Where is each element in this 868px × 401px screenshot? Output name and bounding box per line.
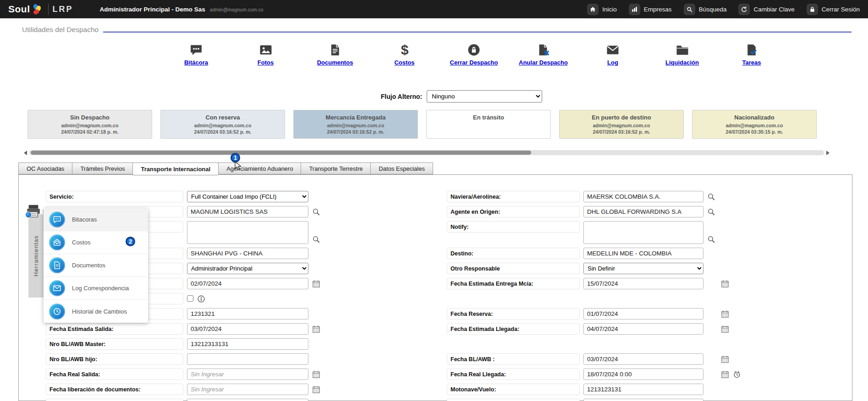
calendar-icon[interactable]: [721, 353, 729, 365]
scrollbar-thumb[interactable]: [31, 151, 531, 155]
alarm-clock-icon[interactable]: [733, 368, 741, 380]
calendar-icon[interactable]: [721, 323, 729, 335]
toolbar-tareas[interactable]: Tareas: [724, 42, 779, 66]
topnav-item-inicio[interactable]: Inicio: [587, 4, 617, 15]
calendar-icon[interactable]: [312, 278, 320, 289]
brand[interactable]: Soul LRP: [8, 3, 73, 16]
toolbar-fotos[interactable]: Fotos: [238, 42, 293, 66]
input-field[interactable]: [187, 248, 308, 259]
tab-agenciamiento-aduanero[interactable]: Agenciamiento Aduanero: [218, 163, 301, 174]
input-field[interactable]: [583, 248, 703, 259]
scroll-right-arrow[interactable]: [826, 151, 830, 155]
toolbar-anular-despacho[interactable]: Anular Despacho: [516, 42, 571, 66]
form-row: Motonave/Vuelo:: [447, 384, 741, 395]
lock-icon: [467, 42, 481, 57]
form-row: Fecha Estimada Entrega Mcía:: [447, 278, 741, 289]
flujo-alterno-label: Flujo Alterno:: [381, 93, 422, 100]
textarea-field[interactable]: [583, 221, 703, 244]
select-field[interactable]: Full Container Load Impo (FCLI): [187, 191, 308, 202]
input-field[interactable]: [187, 338, 308, 350]
input-field[interactable]: [187, 323, 308, 335]
timeline-card-con-reserva[interactable]: Con reservaadmin@magnum.com.co24/07/2024…: [160, 110, 285, 139]
calendar-icon[interactable]: [312, 368, 320, 380]
search-icon[interactable]: [707, 235, 715, 244]
form-row: Notify:: [447, 221, 741, 244]
topnav-item-label: Búsqueda: [699, 6, 727, 13]
topnav-item-cerrar-sesion[interactable]: Cerrar Sesión: [807, 4, 860, 15]
topnav-item-busqueda[interactable]: Búsqueda: [684, 4, 727, 15]
search-icon[interactable]: [707, 206, 715, 217]
input-field[interactable]: [187, 384, 308, 395]
toolbar-label: Anular Despacho: [519, 59, 568, 66]
toolbar-cerrar-despacho[interactable]: Cerrar Despacho: [446, 42, 501, 66]
timeline-card-en-transito[interactable]: En tránsito: [426, 110, 551, 139]
tools-menu-log-correspondencia[interactable]: Log Correspondencia: [44, 277, 148, 300]
timeline-card-user: admin@magnum.com.co: [294, 122, 418, 129]
input-field[interactable]: [583, 399, 703, 401]
info-icon: [197, 293, 205, 304]
brand-divider: [48, 4, 49, 15]
select-field[interactable]: Administrador Principal: [187, 263, 308, 274]
calendar-icon[interactable]: [721, 278, 729, 289]
textarea-field[interactable]: [187, 221, 308, 244]
scroll-left-arrow[interactable]: [24, 151, 27, 155]
input-field[interactable]: [187, 308, 308, 320]
scrollbar-track[interactable]: [29, 150, 824, 155]
herramientas-strip[interactable]: Herramientas: [28, 214, 44, 298]
select-field[interactable]: Sin Definir: [583, 263, 703, 274]
toolbar-bitacora[interactable]: Bitácora: [169, 42, 224, 66]
tab-transporte-terrestre[interactable]: Transporte Terrestre: [301, 163, 370, 174]
flujo-alterno-row: Flujo Alterno: Ninguno: [27, 90, 868, 103]
tools-menu-historial-de-cambios[interactable]: Historial de Cambios: [44, 300, 148, 323]
timeline-card-sin-despacho[interactable]: Sin Despachoadmin@magnum.com.co24/07/202…: [27, 110, 152, 139]
calendar-icon[interactable]: [721, 308, 729, 320]
input-field[interactable]: [583, 191, 703, 202]
input-field[interactable]: [583, 323, 703, 335]
topnav-item-empresas[interactable]: Empresas: [629, 4, 672, 15]
calendar-icon[interactable]: [312, 323, 320, 335]
search-icon[interactable]: [312, 206, 320, 217]
topnav-item-cambiar-clave[interactable]: Cambiar Clave: [738, 4, 794, 15]
form-row: Naviera/Aerolínea:: [447, 191, 741, 202]
input-field[interactable]: [187, 399, 308, 401]
tab-tramites-previos[interactable]: Trámites Previos: [72, 163, 132, 174]
search-icon[interactable]: [312, 235, 320, 244]
history-clock-icon: [49, 303, 65, 320]
input-field[interactable]: [583, 206, 703, 217]
tools-launcher[interactable]: ›: [26, 204, 45, 218]
timeline-card-en-puerto-de-destino[interactable]: En puerto de destinoadmin@magnum.com.co2…: [559, 110, 684, 139]
timeline-card-mercancia-entregada[interactable]: Mercancía Entregadaadmin@magnum.com.co24…: [293, 110, 418, 139]
timeline-card-nacionalizado[interactable]: Nacionalizadoadmin@magnum.com.co24/07/20…: [692, 110, 817, 139]
calendar-icon[interactable]: [721, 368, 729, 380]
toolbar-documentos[interactable]: Documentos: [308, 42, 363, 66]
tools-menu-label: Historial de Cambios: [72, 308, 127, 315]
input-field[interactable]: [583, 308, 703, 320]
input-field[interactable]: [187, 368, 308, 380]
toolbar-log[interactable]: Log: [585, 42, 640, 66]
tab-bar: OC AsociadasTrámites PreviosTransporte I…: [18, 163, 433, 175]
input-field[interactable]: [583, 278, 703, 289]
calendar-icon[interactable]: [312, 384, 320, 395]
form-row: Otro ResponsableSin Definir: [447, 263, 741, 274]
checkbox-field[interactable]: [187, 295, 193, 302]
tab-oc-asociadas[interactable]: OC Asociadas: [18, 163, 72, 174]
flujo-alterno-select[interactable]: Ninguno: [427, 90, 542, 103]
toolbar-liquidacion[interactable]: Liquidación: [655, 42, 710, 66]
tab-datos-especiales[interactable]: Datos Especiales: [370, 163, 433, 174]
input-field[interactable]: [187, 278, 308, 289]
input-field[interactable]: [583, 353, 703, 365]
toolbar-costos[interactable]: $Costos: [377, 42, 432, 66]
tools-menu-documentos[interactable]: Documentos: [44, 254, 148, 277]
timeline-card-date: 24/07/2024 03:16:52 p. m.: [161, 129, 285, 135]
printer-icon: [26, 204, 41, 218]
input-field[interactable]: [583, 384, 703, 395]
input-field[interactable]: [187, 206, 308, 217]
tools-menu-bitacoras[interactable]: Bitacoras: [44, 208, 148, 231]
timeline-scrollbar[interactable]: [24, 150, 830, 156]
field-label: Motonave/Vuelo:: [447, 384, 580, 395]
tab-transporte-internacional[interactable]: Transporte Internacional: [132, 163, 218, 175]
search-icon[interactable]: [707, 191, 715, 202]
topnav: InicioEmpresasBúsquedaCambiar ClaveCerra…: [587, 4, 860, 15]
input-field[interactable]: [583, 368, 703, 380]
input-field[interactable]: [187, 353, 308, 365]
